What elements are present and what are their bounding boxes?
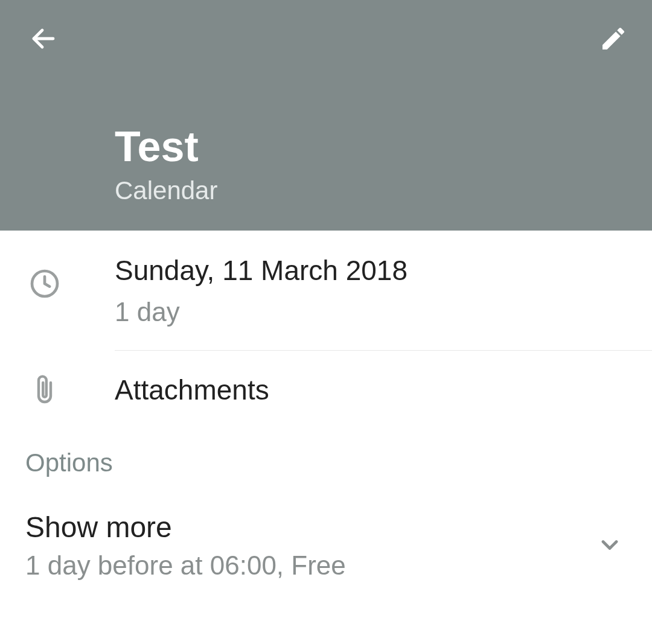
attachments-icon-container [24, 372, 115, 407]
pencil-icon [599, 24, 628, 53]
options-heading: Options [0, 432, 652, 483]
clock-icon [28, 267, 62, 301]
show-more-row[interactable]: Show more 1 day before at 06:00, Free [0, 483, 652, 605]
event-date: Sunday, 11 March 2018 [115, 253, 628, 289]
chevron-container [592, 532, 628, 558]
attachments-label: Attachments [115, 374, 269, 406]
show-more-detail: 1 day before at 06:00, Free [25, 550, 592, 581]
date-body: Sunday, 11 March 2018 1 day [115, 253, 628, 327]
event-header: Test Calendar [0, 0, 652, 231]
title-block: Test Calendar [115, 124, 217, 205]
date-row: Sunday, 11 March 2018 1 day [0, 231, 652, 327]
event-duration: 1 day [115, 297, 628, 327]
paperclip-icon [30, 372, 59, 407]
event-title: Test [115, 124, 217, 170]
event-content: Sunday, 11 March 2018 1 day Attachments … [0, 231, 652, 605]
event-subtitle: Calendar [115, 176, 217, 205]
show-more-text: Show more 1 day before at 06:00, Free [25, 510, 592, 581]
arrow-left-icon [29, 24, 58, 53]
edit-button[interactable] [596, 22, 630, 56]
show-more-label: Show more [25, 510, 592, 545]
date-icon-container [24, 253, 115, 301]
chevron-down-icon [596, 532, 623, 558]
attachments-row[interactable]: Attachments [0, 351, 652, 432]
back-button[interactable] [27, 22, 60, 56]
